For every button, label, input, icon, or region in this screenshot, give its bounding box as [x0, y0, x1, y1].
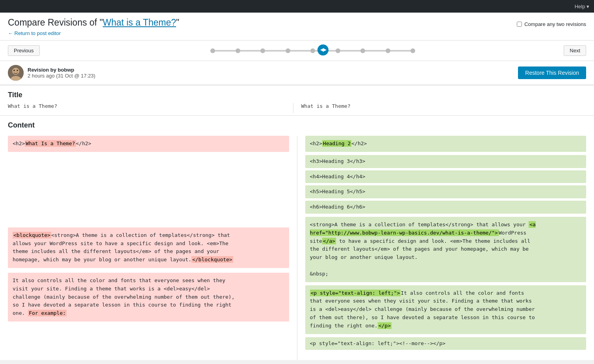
diff-row-right-h4: <h4>Heading 4</h4>	[305, 170, 587, 183]
slider-handle-arrows: ◀▶	[320, 47, 326, 52]
slider-dot-1[interactable]	[210, 48, 215, 53]
diff-row-right-more: <p style="text-align: left;"><!--more-->…	[305, 337, 587, 350]
help-menu[interactable]: Help ▾	[575, 4, 589, 9]
diff-block-left-3: It also controls all the color and fonts…	[8, 273, 289, 322]
diff-row-right-h3: <h3>Heading 3</h3>	[305, 155, 587, 168]
diff-block-right-2: <strong>A theme is a collection of templ…	[305, 217, 587, 282]
diff-row-right-h6: <h6>Heading 6</h6>	[305, 201, 587, 214]
avatar	[8, 65, 24, 81]
post-title-link[interactable]: What is a Theme?	[103, 17, 176, 28]
previous-button[interactable]: Previous	[8, 45, 40, 56]
slider-dot-7[interactable]	[360, 48, 365, 53]
revision-author-info: Revision by bobwp 2 hours ago (31 Oct @ …	[8, 65, 95, 81]
slider-dot-6[interactable]	[336, 48, 340, 53]
svg-point-4	[17, 70, 18, 71]
diff-block-left-2: <blockquote><strong>A theme is a collect…	[8, 227, 289, 268]
revision-by-label: Revision by bobwp	[28, 67, 95, 73]
right-title: What is a Theme?	[301, 103, 351, 109]
diff-block-right-1: <h2>Heading 2</h2>	[305, 136, 587, 152]
next-button[interactable]: Next	[564, 45, 586, 56]
revision-time-label: 2 hours ago (31 Oct @ 17:23)	[28, 73, 95, 79]
return-to-editor-link[interactable]: ← Return to post editor	[8, 30, 61, 36]
diff-row-right-h5: <h5>Heading 5</h5>	[305, 185, 587, 198]
slider-dot-5[interactable]	[310, 48, 315, 53]
slider-dot-8[interactable]	[386, 48, 390, 53]
title-section-label: Title	[8, 91, 586, 99]
diff-block-right-3: <p style="text-align: left;">It also con…	[305, 285, 587, 334]
slider-dot-2[interactable]	[236, 48, 240, 53]
slider-dot-9[interactable]	[410, 48, 415, 53]
revision-slider-container: ◀▶	[63, 50, 562, 52]
compare-two-revisions-label[interactable]: Compare any two revisions	[524, 21, 586, 27]
slider-dot-4[interactable]	[286, 48, 290, 53]
content-section-label: Content	[8, 121, 586, 129]
diff-block-left-1: <h2>What Is a Theme?</h2>	[8, 136, 289, 152]
page-title: Compare Revisions of "What is a Theme?"	[8, 17, 586, 28]
slider-handle[interactable]: ◀▶	[317, 44, 329, 55]
compare-two-revisions-checkbox[interactable]	[517, 22, 522, 27]
slider-dot-3[interactable]	[260, 48, 265, 53]
svg-point-3	[13, 70, 15, 71]
left-title: What is a Theme?	[8, 103, 57, 109]
restore-revision-button[interactable]: Restore This Revision	[518, 67, 586, 79]
